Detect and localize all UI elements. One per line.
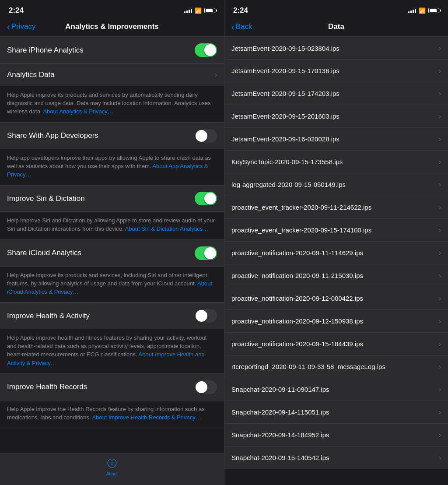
data-item-label: proactive_notification-2020-09-12-150938…: [231, 317, 435, 325]
data-list-item[interactable]: JetsamEvent-2020-09-15-023804.ips›: [224, 37, 448, 60]
list-item-chevron: ›: [439, 158, 441, 166]
analytics-data-chevron: ›: [215, 71, 217, 79]
data-list-item[interactable]: proactive_notification-2020-09-11-215030…: [224, 264, 448, 287]
data-item-label: proactive_event_tracker-2020-09-15-17410…: [231, 226, 435, 234]
signal-bar-r2: [410, 11, 412, 13]
right-panel: 2:24 📶 ‹ Back Data JetsamEvent-2020-09-1…: [224, 0, 448, 485]
list-item-chevron: ›: [439, 112, 441, 120]
share-iphone-analytics-row[interactable]: Share iPhone Analytics: [0, 37, 224, 63]
about-icon: ⓘ: [107, 457, 117, 470]
analytics-data-label: Analytics Data: [7, 70, 55, 79]
data-list-item[interactable]: proactive_event_tracker-2020-09-11-21462…: [224, 196, 448, 219]
nav-bar-left: ‹ Privacy Analytics & Improvements: [0, 18, 224, 37]
page-title-left: Analytics & Improvements: [65, 22, 159, 31]
data-list-item[interactable]: rtcreportingd_2020-09-11-09-33-58_messag…: [224, 355, 448, 378]
data-item-label: JetsamEvent-2020-09-15-201603.ips: [231, 112, 435, 120]
toggle-thumb-icloud: [204, 247, 216, 259]
signal-bars-left: [184, 8, 192, 13]
page-title-right: Data: [328, 22, 344, 31]
list-item-chevron: ›: [439, 67, 441, 75]
signal-bar-r4: [415, 9, 416, 13]
back-label-left: Privacy: [11, 22, 36, 31]
toggle-thumb-siri: [204, 193, 216, 204]
improve-health-records-label: Improve Health Records: [7, 383, 87, 391]
data-list-item[interactable]: JetsamEvent-2020-09-16-020028.ips›: [224, 128, 448, 151]
data-list-item[interactable]: JetsamEvent-2020-09-15-174203.ips›: [224, 82, 448, 105]
improve-health-label: Improve Health & Activity: [7, 312, 90, 320]
data-list-item[interactable]: Snapchat-2020-09-14-184952.ips›: [224, 424, 448, 446]
list-item-chevron: ›: [439, 317, 441, 325]
data-item-label: Snapchat-2020-09-11-090147.ips: [231, 386, 435, 393]
share-iphone-analytics-toggle[interactable]: [195, 43, 217, 57]
signal-bar-4: [191, 9, 192, 13]
siri-description-text: Help improve Siri and Dictation by allow…: [7, 217, 215, 232]
share-app-developers-row[interactable]: Share With App Developers: [0, 123, 224, 149]
back-button-right[interactable]: ‹ Back: [231, 22, 252, 31]
app-developers-description-block: Help app developers improve their apps b…: [0, 149, 224, 186]
signal-bar-2: [186, 11, 188, 13]
toggle-thumb-health: [196, 310, 207, 322]
data-list-item[interactable]: JetsamEvent-2020-09-15-201603.ips›: [224, 105, 448, 128]
wifi-icon-left: 📶: [195, 7, 202, 14]
data-list-item[interactable]: proactive_notification-2020-09-12-000422…: [224, 287, 448, 310]
share-icloud-row[interactable]: Share iCloud Analytics: [0, 240, 224, 267]
signal-bar-1: [184, 11, 186, 13]
left-panel: 2:24 📶 ‹ Privacy Analytics & Improvement…: [0, 0, 224, 485]
data-item-label: Snapchat-2020-09-14-184952.ips: [231, 431, 435, 439]
wifi-icon-right: 📶: [419, 7, 426, 14]
time-left: 2:24: [9, 6, 24, 15]
improve-health-toggle[interactable]: [195, 309, 217, 323]
siri-description-block: Help improve Siri and Dictation by allow…: [0, 212, 224, 239]
health-records-link[interactable]: About Improve Health Records & Privacy…: [92, 414, 201, 421]
improve-siri-toggle[interactable]: [195, 192, 217, 205]
back-button-left[interactable]: ‹ Privacy: [7, 22, 35, 31]
battery-icon-right: [428, 8, 439, 13]
analytics-privacy-link[interactable]: About Analytics & Privacy…: [43, 108, 113, 115]
data-item-label: JetsamEvent-2020-09-15-023804.ips: [231, 45, 435, 52]
siri-analytics-link[interactable]: About Siri & Dictation Analytics…: [125, 225, 209, 232]
improve-health-records-toggle[interactable]: [195, 380, 217, 394]
share-app-developers-toggle[interactable]: [195, 129, 217, 143]
list-item-chevron: ›: [439, 204, 441, 211]
data-list-item[interactable]: proactive_notification-2020-09-11-114629…: [224, 242, 448, 264]
data-list-item[interactable]: Snapchat-2020-09-11-090147.ips›: [224, 378, 448, 401]
improve-siri-row[interactable]: Improve Siri & Dictation: [0, 185, 224, 212]
data-item-label: proactive_notification-2020-09-12-000422…: [231, 295, 435, 302]
battery-fill-right: [430, 9, 437, 12]
list-item-chevron: ›: [439, 226, 441, 234]
back-label-right: Back: [236, 22, 252, 31]
list-item-chevron: ›: [439, 431, 441, 439]
data-item-label: JetsamEvent-2020-09-15-170136.ips: [231, 67, 435, 74]
list-item-chevron: ›: [439, 135, 441, 143]
improve-health-records-row[interactable]: Improve Health Records: [0, 374, 224, 401]
share-iphone-analytics-label: Share iPhone Analytics: [7, 46, 84, 55]
data-list-item[interactable]: proactive_event_tracker-2020-09-15-17410…: [224, 219, 448, 242]
data-list-item[interactable]: JetsamEvent-2020-09-15-170136.ips›: [224, 60, 448, 82]
share-icloud-toggle[interactable]: [195, 246, 217, 260]
status-bar-left: 2:24 📶: [0, 0, 224, 18]
list-item-chevron: ›: [439, 386, 441, 394]
toggle-thumb-health-records: [196, 381, 207, 393]
data-list-item[interactable]: proactive_notification-2020-09-15-184439…: [224, 333, 448, 355]
analytics-data-row[interactable]: Analytics Data ›: [0, 63, 224, 86]
tab-about[interactable]: ⓘ About: [106, 457, 118, 476]
data-list-item[interactable]: Snapchat-2020-09-14-115051.ips›: [224, 401, 448, 424]
back-chevron-left: ‹: [7, 22, 10, 31]
data-item-label: log-aggregated-2020-09-15-050149.ips: [231, 181, 435, 188]
data-list-item[interactable]: log-aggregated-2020-09-15-050149.ips›: [224, 173, 448, 196]
data-list-item[interactable]: proactive_notification-2020-09-12-150938…: [224, 310, 448, 333]
list-item-chevron: ›: [439, 363, 441, 371]
list-item-chevron: ›: [439, 340, 441, 348]
analytics-description-text: Help Apple improve its products and serv…: [7, 91, 210, 115]
tab-bar: ⓘ About: [0, 453, 224, 485]
data-item-label: proactive_notification-2020-09-11-215030…: [231, 272, 435, 279]
share-icloud-label: Share iCloud Analytics: [7, 249, 81, 257]
time-right: 2:24: [233, 6, 248, 15]
improve-siri-label: Improve Siri & Dictation: [7, 194, 85, 203]
list-item-chevron: ›: [439, 90, 441, 98]
data-list-item[interactable]: KeySyncTopic-2020-09-15-173558.ips›: [224, 151, 448, 173]
data-item-label: Snapchat-2020-09-14-115051.ips: [231, 408, 435, 416]
data-item-label: JetsamEvent-2020-09-16-020028.ips: [231, 135, 435, 143]
improve-health-row[interactable]: Improve Health & Activity: [0, 302, 224, 329]
data-list-item[interactable]: Snapchat-2020-09-15-140542.ips›: [224, 446, 448, 469]
